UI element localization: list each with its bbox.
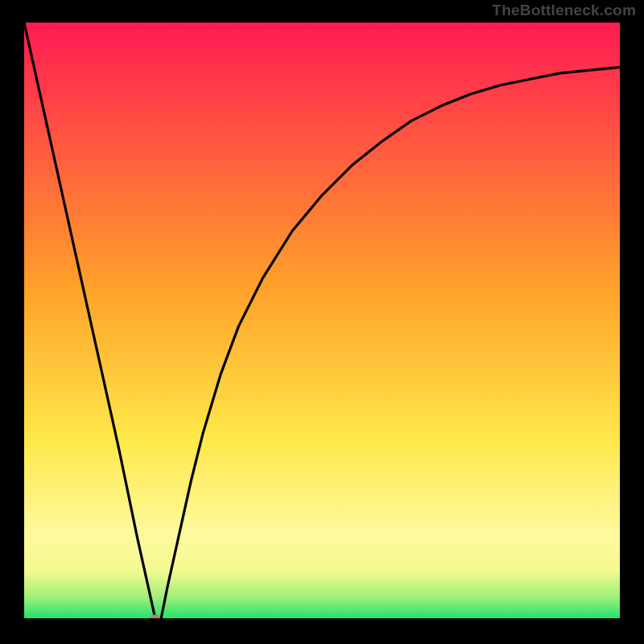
gradient-background: [24, 23, 620, 618]
chart-frame: TheBottleneck.com: [0, 0, 644, 644]
plot-area: [24, 23, 620, 618]
chart-svg: [24, 23, 620, 618]
watermark-text: TheBottleneck.com: [492, 2, 636, 19]
